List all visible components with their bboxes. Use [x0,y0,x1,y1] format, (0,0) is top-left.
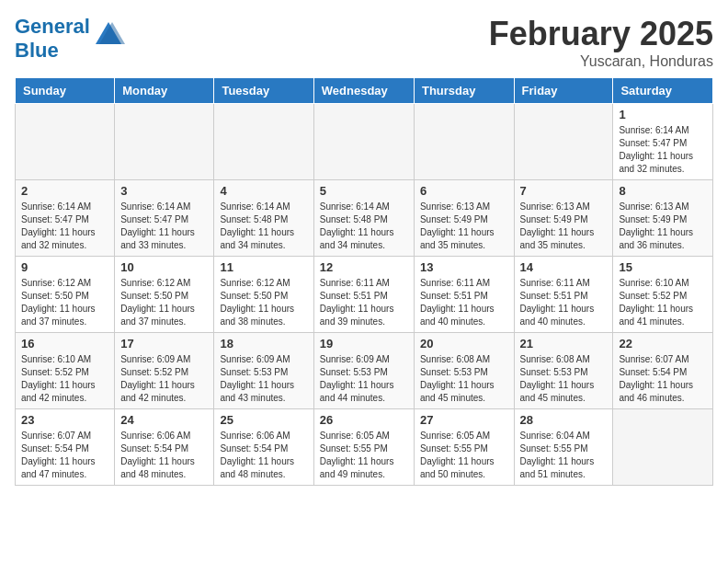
weekday-header: Wednesday [313,78,414,104]
calendar-cell [16,104,115,180]
day-info: Sunrise: 6:11 AMSunset: 5:51 PMDaylight:… [420,277,508,328]
day-info: Sunrise: 6:05 AMSunset: 5:55 PMDaylight:… [320,430,408,481]
calendar-cell [613,409,713,486]
calendar-title: February 2025 [489,15,713,53]
day-info: Sunrise: 6:04 AMSunset: 5:55 PMDaylight:… [520,430,608,481]
day-number: 10 [120,260,208,274]
day-number: 28 [520,413,608,427]
day-info: Sunrise: 6:14 AMSunset: 5:47 PMDaylight:… [619,124,707,176]
day-number: 24 [120,413,208,427]
day-info: Sunrise: 6:06 AMSunset: 5:54 PMDaylight:… [220,430,307,481]
day-number: 26 [320,413,408,427]
weekday-header: Friday [514,78,613,104]
day-number: 7 [520,184,608,198]
day-info: Sunrise: 6:07 AMSunset: 5:54 PMDaylight:… [21,430,108,481]
day-number: 9 [21,260,108,274]
calendar-cell: 27Sunrise: 6:05 AMSunset: 5:55 PMDayligh… [414,409,514,486]
title-block: February 2025 Yuscaran, Honduras [489,15,713,70]
calendar-cell: 14Sunrise: 6:11 AMSunset: 5:51 PMDayligh… [514,257,613,333]
calendar-cell: 8Sunrise: 6:13 AMSunset: 5:49 PMDaylight… [613,180,713,257]
day-info: Sunrise: 6:13 AMSunset: 5:49 PMDaylight:… [619,201,707,252]
calendar-cell: 28Sunrise: 6:04 AMSunset: 5:55 PMDayligh… [514,409,613,486]
day-info: Sunrise: 6:08 AMSunset: 5:53 PMDaylight:… [420,353,508,405]
day-number: 12 [320,260,408,274]
day-number: 6 [420,184,508,198]
calendar-cell: 17Sunrise: 6:09 AMSunset: 5:52 PMDayligh… [115,333,214,409]
weekday-header: Thursday [414,78,514,104]
calendar-cell: 5Sunrise: 6:14 AMSunset: 5:48 PMDaylight… [313,180,414,257]
day-info: Sunrise: 6:07 AMSunset: 5:54 PMDaylight:… [619,353,707,405]
calendar-week-row: 2Sunrise: 6:14 AMSunset: 5:47 PMDaylight… [16,180,713,257]
calendar-cell: 13Sunrise: 6:11 AMSunset: 5:51 PMDayligh… [414,257,514,333]
calendar-cell: 23Sunrise: 6:07 AMSunset: 5:54 PMDayligh… [16,409,115,486]
day-info: Sunrise: 6:14 AMSunset: 5:48 PMDaylight:… [320,201,408,252]
calendar-cell: 26Sunrise: 6:05 AMSunset: 5:55 PMDayligh… [313,409,414,486]
day-number: 14 [520,260,608,274]
day-number: 19 [320,337,408,350]
calendar-cell: 12Sunrise: 6:11 AMSunset: 5:51 PMDayligh… [313,257,414,333]
day-number: 3 [120,184,208,198]
calendar-cell: 15Sunrise: 6:10 AMSunset: 5:52 PMDayligh… [613,257,713,333]
calendar-cell: 3Sunrise: 6:14 AMSunset: 5:47 PMDaylight… [115,180,214,257]
day-info: Sunrise: 6:09 AMSunset: 5:52 PMDaylight:… [120,353,208,405]
day-info: Sunrise: 6:11 AMSunset: 5:51 PMDaylight:… [320,277,408,328]
weekday-header: Sunday [16,78,115,104]
calendar-cell: 10Sunrise: 6:12 AMSunset: 5:50 PMDayligh… [115,257,214,333]
day-info: Sunrise: 6:12 AMSunset: 5:50 PMDaylight:… [220,277,307,328]
calendar-cell [313,104,414,180]
day-number: 15 [619,260,707,274]
calendar-week-row: 23Sunrise: 6:07 AMSunset: 5:54 PMDayligh… [16,409,713,486]
calendar-table: SundayMondayTuesdayWednesdayThursdayFrid… [15,77,713,486]
day-info: Sunrise: 6:06 AMSunset: 5:54 PMDaylight:… [120,430,208,481]
page-header: General Blue February 2025 Yuscaran, Hon… [15,15,713,70]
day-number: 8 [619,184,707,198]
calendar-cell: 19Sunrise: 6:09 AMSunset: 5:53 PMDayligh… [313,333,414,409]
calendar-cell [115,104,214,180]
day-info: Sunrise: 6:09 AMSunset: 5:53 PMDaylight:… [320,353,408,405]
calendar-cell: 2Sunrise: 6:14 AMSunset: 5:47 PMDaylight… [16,180,115,257]
day-info: Sunrise: 6:08 AMSunset: 5:53 PMDaylight:… [520,353,608,405]
day-info: Sunrise: 6:11 AMSunset: 5:51 PMDaylight:… [520,277,608,328]
calendar-cell: 1Sunrise: 6:14 AMSunset: 5:47 PMDaylight… [613,104,713,180]
day-number: 4 [220,184,307,198]
day-number: 20 [420,337,508,350]
weekday-header: Tuesday [214,78,313,104]
day-number: 16 [21,337,108,350]
day-number: 25 [220,413,307,427]
calendar-cell [514,104,613,180]
day-info: Sunrise: 6:10 AMSunset: 5:52 PMDaylight:… [21,353,108,405]
logo-text: General Blue [15,15,90,63]
day-info: Sunrise: 6:09 AMSunset: 5:53 PMDaylight:… [220,353,307,405]
day-info: Sunrise: 6:13 AMSunset: 5:49 PMDaylight:… [520,201,608,252]
logo-icon [92,18,125,52]
day-info: Sunrise: 6:14 AMSunset: 5:47 PMDaylight:… [21,201,108,252]
calendar-cell: 11Sunrise: 6:12 AMSunset: 5:50 PMDayligh… [214,257,313,333]
day-number: 13 [420,260,508,274]
calendar-cell: 9Sunrise: 6:12 AMSunset: 5:50 PMDaylight… [16,257,115,333]
calendar-cell: 24Sunrise: 6:06 AMSunset: 5:54 PMDayligh… [115,409,214,486]
day-number: 1 [619,108,707,121]
day-info: Sunrise: 6:14 AMSunset: 5:47 PMDaylight:… [120,201,208,252]
calendar-cell: 6Sunrise: 6:13 AMSunset: 5:49 PMDaylight… [414,180,514,257]
calendar-cell [414,104,514,180]
calendar-cell: 4Sunrise: 6:14 AMSunset: 5:48 PMDaylight… [214,180,313,257]
calendar-week-row: 16Sunrise: 6:10 AMSunset: 5:52 PMDayligh… [16,333,713,409]
calendar-cell: 22Sunrise: 6:07 AMSunset: 5:54 PMDayligh… [613,333,713,409]
day-number: 23 [21,413,108,427]
day-number: 11 [220,260,307,274]
day-info: Sunrise: 6:05 AMSunset: 5:55 PMDaylight:… [420,430,508,481]
day-info: Sunrise: 6:13 AMSunset: 5:49 PMDaylight:… [420,201,508,252]
day-number: 2 [21,184,108,198]
calendar-cell: 7Sunrise: 6:13 AMSunset: 5:49 PMDaylight… [514,180,613,257]
day-number: 21 [520,337,608,350]
day-number: 5 [320,184,408,198]
day-number: 27 [420,413,508,427]
weekday-header-row: SundayMondayTuesdayWednesdayThursdayFrid… [16,78,713,104]
weekday-header: Monday [115,78,214,104]
calendar-week-row: 9Sunrise: 6:12 AMSunset: 5:50 PMDaylight… [16,257,713,333]
calendar-cell: 18Sunrise: 6:09 AMSunset: 5:53 PMDayligh… [214,333,313,409]
day-number: 18 [220,337,307,350]
calendar-subtitle: Yuscaran, Honduras [489,53,713,70]
day-info: Sunrise: 6:14 AMSunset: 5:48 PMDaylight:… [220,201,307,252]
day-number: 17 [120,337,208,350]
